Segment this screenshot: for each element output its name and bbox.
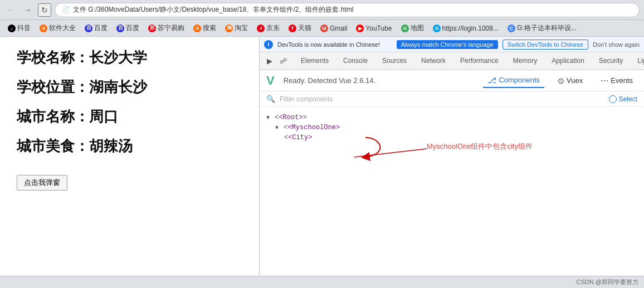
browser-content: 学校名称：长沙大学 学校位置：湖南长沙 城市名称：周口 城市美食：胡辣汤 点击我… — [0, 37, 644, 276]
notification-text: DevTools is now available in Chinese! — [277, 41, 392, 48]
filter-components-input[interactable] — [280, 95, 604, 103]
maps-icon: ⊙ — [401, 25, 409, 32]
software-icon: ⊙ — [40, 25, 47, 32]
gezi-icon: C — [508, 25, 515, 32]
bookmark-baidu2[interactable]: 百 百度 — [113, 22, 143, 34]
alert-button[interactable]: 点击我弹窗 — [17, 175, 67, 191]
footer-text: CSDN @郑同学要努力 — [577, 278, 638, 286]
vue-tab-components[interactable]: ⎇ Components — [483, 74, 544, 88]
bookmark-tiktok[interactable]: ♪ 抖音 — [4, 22, 34, 34]
tree-myschool-node[interactable]: ▼ <<MyschoolOne> — [275, 124, 637, 131]
bookmark-search[interactable]: ⊙ 搜索 — [190, 22, 219, 34]
bookmark-baidu1[interactable]: 百 百度 — [81, 22, 111, 34]
baidu1-icon: 百 — [85, 25, 92, 32]
bookmark-jd[interactable]: J 京东 — [253, 22, 283, 34]
vue-logo: V — [266, 74, 275, 88]
myschool-node-wrapper: ▼ <<MyschoolOne> <<City> — [266, 124, 637, 141]
baidu2-icon: 百 — [116, 25, 124, 32]
select-circle-icon — [609, 95, 617, 103]
address-bar[interactable]: 📄 文件 G:/360MoveData/Users/静小文/Desktop/vu… — [55, 3, 640, 17]
tiktok-icon: ♪ — [8, 25, 16, 32]
devtools-notification-bar: i DevTools is now available in Chinese! … — [260, 37, 644, 52]
tree-root-node[interactable]: ▼ <<Root>> — [266, 114, 637, 121]
browser-window: ← → ↻ 📄 文件 G:/360MoveData/Users/静小文/Desk… — [0, 0, 644, 288]
match-language-button[interactable]: Always match Chrome's language — [397, 40, 498, 49]
url-text: 文件 G:/360MoveData/Users/静小文/Desktop/vue_… — [73, 5, 353, 14]
components-search-bar: 🔍 Select — [260, 91, 644, 107]
components-icon: ⎇ — [487, 76, 496, 85]
tab-console[interactable]: Console — [336, 55, 374, 68]
youtube-icon: ▶ — [356, 25, 364, 32]
select-button[interactable]: Select — [609, 95, 637, 103]
school-name-heading: 学校名称：长沙大学 — [17, 48, 242, 67]
tab-memory[interactable]: Memory — [506, 55, 544, 68]
browser-toolbar: ← → ↻ 📄 文件 G:/360MoveData/Users/静小文/Desk… — [0, 0, 644, 20]
tab-application[interactable]: Application — [545, 55, 591, 68]
devtools-pane: i DevTools is now available in Chinese! … — [259, 37, 644, 276]
search-bm-icon: ⊙ — [193, 25, 201, 32]
device-icon[interactable]: ☍ — [277, 56, 289, 67]
tab-sources[interactable]: Sources — [375, 55, 413, 68]
bookmark-gezi[interactable]: C G:格子达本科毕设... — [504, 22, 580, 34]
info-icon: i — [264, 40, 273, 49]
taobao-icon: 淘 — [225, 25, 233, 32]
refresh-button[interactable]: ↻ — [38, 3, 51, 17]
dismiss-button[interactable]: Don't show again — [593, 41, 640, 48]
vue-ready-text: Ready. Detected Vue 2.6.14. — [284, 76, 475, 85]
bookmark-suning[interactable]: 苏 苏宁易购 — [145, 22, 188, 34]
city-node-wrapper: <<City> — [275, 134, 637, 141]
jd-icon: J — [257, 25, 265, 32]
bookmark-gmail[interactable]: M Gmail — [317, 23, 350, 33]
bookmarks-bar: ♪ 抖音 ⊙ 软件大全 百 百度 百 百度 苏 苏宁易购 ⊙ 搜索 淘 淘宝 J — [0, 20, 644, 37]
city-name-heading: 城市名称：周口 — [17, 107, 242, 126]
vue-tab-vuex[interactable]: ⊙ Vuex — [553, 74, 587, 87]
forward-button[interactable]: → — [21, 3, 35, 17]
search-icon: 🔍 — [266, 95, 275, 103]
myschool-collapse-icon: ▼ — [275, 125, 279, 131]
school-location-heading: 学校位置：湖南长沙 — [17, 77, 242, 97]
webpage-content: 学校名称：长沙大学 学校位置：湖南长沙 城市名称：周口 城市美食：胡辣汤 点击我… — [0, 37, 259, 276]
vue-devtools-bar: V Ready. Detected Vue 2.6.14. ⎇ Componen… — [260, 70, 644, 91]
suning-icon: 苏 — [148, 25, 156, 32]
login-icon: ⊙ — [433, 25, 441, 32]
vuex-icon: ⊙ — [558, 76, 564, 85]
bookmark-youtube[interactable]: ▶ YouTube — [353, 23, 395, 33]
collapse-icon: ▼ — [266, 115, 270, 121]
svg-line-0 — [354, 149, 427, 157]
tab-elements[interactable]: Elements — [294, 55, 335, 68]
tab-icon-group: ▶ ☍ — [264, 56, 289, 67]
events-icon: ⋯ — [601, 76, 608, 85]
lock-icon: 📄 — [62, 6, 70, 13]
components-panel: 🔍 Select ▼ <<Root>> ▼ — [260, 91, 644, 276]
inspect-icon[interactable]: ▶ — [264, 56, 275, 67]
switch-chinese-button[interactable]: Switch DevTools to Chinese — [502, 40, 588, 50]
city-food-heading: 城市美食：胡辣汤 — [17, 136, 242, 156]
browser-footer: CSDN @郑同学要努力 — [0, 276, 644, 288]
annotation-text: MyschoolOne组件中包含city组件 — [427, 141, 533, 152]
tree-city-node[interactable]: <<City> — [284, 134, 637, 141]
bookmark-taobao[interactable]: 淘 淘宝 — [222, 22, 251, 34]
tab-security[interactable]: Security — [592, 55, 630, 68]
tab-lighthouse[interactable]: Lig — [631, 55, 644, 68]
tab-performance[interactable]: Performance — [453, 55, 505, 68]
component-tree: ▼ <<Root>> ▼ <<MyschoolOne> <<City> — [260, 107, 644, 276]
tianmao-icon: T — [289, 25, 296, 32]
gmail-icon: M — [320, 25, 328, 32]
bookmark-login[interactable]: ⊙ https://login.1008... — [430, 23, 502, 33]
back-button[interactable]: ← — [4, 3, 18, 17]
devtools-tabs: ▶ ☍ Elements Console Sources Network Per… — [260, 52, 644, 70]
tab-network[interactable]: Network — [414, 55, 452, 68]
bookmark-tianmao[interactable]: T 天猫 — [285, 22, 315, 34]
bookmark-maps[interactable]: ⊙ 地图 — [398, 22, 427, 34]
vue-tab-events[interactable]: ⋯ Events — [596, 74, 637, 87]
bookmark-software[interactable]: ⊙ 软件大全 — [36, 22, 79, 34]
